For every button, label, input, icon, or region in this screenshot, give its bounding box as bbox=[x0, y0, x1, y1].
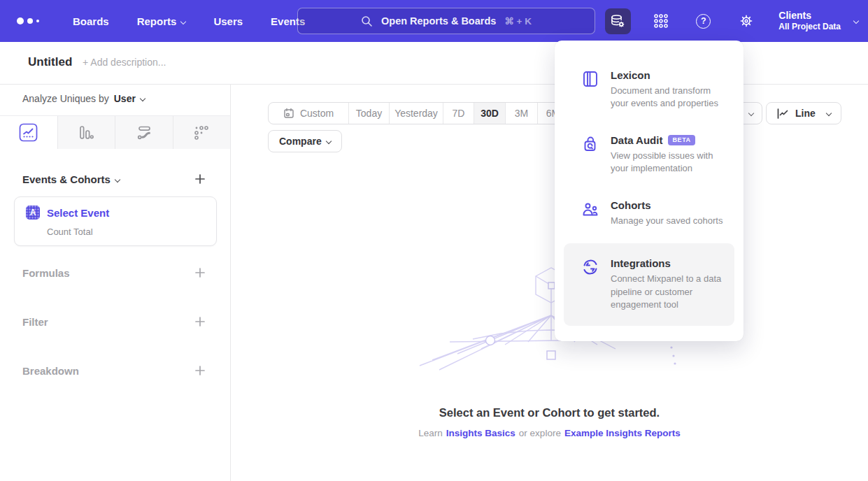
date-range-3m[interactable]: 3M bbox=[505, 103, 537, 124]
count-total-label[interactable]: Count Total bbox=[47, 227, 93, 237]
menu-item-data-audit[interactable]: Data Audit BETA View possible issues wit… bbox=[555, 122, 744, 187]
chevron-down-icon bbox=[115, 176, 120, 182]
chevron-down-icon bbox=[748, 110, 754, 116]
data-audit-title: Data Audit bbox=[611, 134, 662, 146]
analyze-label: Analyze Uniques by bbox=[22, 93, 109, 104]
select-event-label[interactable]: Select Event bbox=[47, 207, 109, 219]
analyze-by-dropdown[interactable]: User bbox=[114, 93, 145, 104]
book-icon bbox=[581, 70, 599, 88]
chevron-down-icon bbox=[826, 110, 832, 116]
menu-item-description: Connect Mixpanel to a data pipeline or c… bbox=[611, 273, 725, 311]
chart-type-tabs bbox=[0, 115, 230, 149]
project-name: All Project Data bbox=[778, 22, 841, 32]
chart-type-dropdown[interactable]: Line bbox=[766, 102, 841, 124]
plus-icon bbox=[194, 365, 206, 376]
org-name: Clients bbox=[778, 10, 841, 22]
date-range-yesterday[interactable]: Yesterday bbox=[389, 103, 443, 124]
tab-bar-chart[interactable] bbox=[57, 116, 115, 149]
date-range-custom-label: Custom bbox=[300, 108, 334, 119]
integrations-title: Integrations bbox=[611, 257, 671, 269]
search-shortcut: ⌘ + K bbox=[504, 15, 532, 27]
filter-section-label: Filter bbox=[22, 316, 48, 328]
cohorts-title: Cohorts bbox=[611, 199, 651, 211]
menu-item-cohorts[interactable]: Cohorts Manage your saved cohorts bbox=[555, 187, 744, 239]
mixpanel-logo[interactable] bbox=[17, 17, 45, 24]
report-canvas: Custom Today Yesterday 7D 30D 3M 6M Line… bbox=[231, 85, 868, 481]
search-icon bbox=[361, 15, 373, 27]
bar-chart-icon bbox=[78, 124, 94, 141]
menu-item-title: Lexicon bbox=[611, 69, 730, 81]
chevron-down-icon bbox=[140, 96, 145, 101]
flow-icon bbox=[136, 124, 152, 141]
menu-item-description: Manage your saved cohorts bbox=[611, 215, 730, 227]
breakdown-section-label: Breakdown bbox=[22, 365, 79, 377]
menu-item-description: Document and transform your events and p… bbox=[611, 85, 730, 110]
or-explore-text: or explore bbox=[519, 428, 561, 438]
add-formula-button[interactable] bbox=[192, 265, 208, 280]
menu-item-description: View possible issues with your implement… bbox=[611, 150, 730, 175]
nav-item-boards[interactable]: Boards bbox=[73, 15, 109, 27]
date-range-7d[interactable]: 7D bbox=[443, 103, 474, 124]
chart-type-label: Line bbox=[795, 108, 816, 119]
plus-icon bbox=[194, 267, 206, 278]
data-management-menu: Lexicon Document and transform your even… bbox=[555, 41, 744, 341]
select-event-card[interactable]: A Select Event Count Total bbox=[14, 196, 217, 246]
project-switcher[interactable]: Clients All Project Data bbox=[778, 10, 858, 33]
analyze-by-value: User bbox=[114, 93, 136, 104]
cohorts-icon bbox=[581, 200, 599, 218]
learn-prefix: Learn bbox=[418, 428, 443, 438]
add-event-button[interactable] bbox=[192, 171, 208, 187]
insights-basics-link[interactable]: Insights Basics bbox=[446, 428, 515, 438]
search-input[interactable]: Open Reports & Boards ⌘ + K bbox=[297, 8, 595, 34]
formulas-section-label: Formulas bbox=[22, 267, 70, 279]
report-title[interactable]: Untitled bbox=[28, 55, 72, 69]
settings-gear-icon bbox=[739, 13, 754, 29]
tab-metrics[interactable] bbox=[173, 116, 231, 149]
data-management-icon bbox=[610, 13, 626, 29]
events-cohorts-label: Events & Cohorts bbox=[22, 173, 111, 185]
nav-item-reports-label: Reports bbox=[137, 15, 177, 27]
lexicon-title: Lexicon bbox=[611, 69, 650, 81]
apps-grid-icon bbox=[653, 13, 669, 29]
compare-label: Compare bbox=[279, 136, 322, 147]
chevron-down-icon bbox=[325, 138, 331, 144]
events-cohorts-header[interactable]: Events & Cohorts bbox=[22, 173, 120, 185]
tab-flow[interactable] bbox=[115, 116, 173, 149]
chevron-down-icon bbox=[180, 18, 186, 24]
add-breakdown-button[interactable] bbox=[192, 363, 208, 378]
date-range-today[interactable]: Today bbox=[348, 103, 389, 124]
data-management-button[interactable] bbox=[605, 8, 631, 34]
menu-item-title: Integrations bbox=[611, 257, 725, 269]
date-range-custom[interactable]: Custom bbox=[269, 103, 348, 124]
calendar-icon bbox=[283, 108, 294, 119]
menu-item-integrations[interactable]: Integrations Connect Mixpanel to a data … bbox=[564, 243, 734, 325]
settings-button[interactable] bbox=[733, 8, 759, 34]
query-builder-sidebar: Analyze Uniques by User bbox=[0, 85, 231, 481]
integrations-icon bbox=[581, 258, 599, 276]
nav-item-reports[interactable]: Reports bbox=[137, 15, 186, 27]
empty-state-subtext: Learn Insights Basics or explore Example… bbox=[231, 428, 868, 438]
menu-item-title: Data Audit BETA bbox=[611, 134, 730, 146]
help-icon: ? bbox=[696, 14, 711, 29]
compare-dropdown[interactable]: Compare bbox=[268, 130, 342, 152]
metrics-icon bbox=[193, 124, 210, 141]
add-description-field[interactable]: + Add description... bbox=[83, 57, 166, 68]
empty-state-heading: Select an Event or Cohort to get started… bbox=[231, 406, 868, 419]
help-button[interactable]: ? bbox=[690, 8, 716, 34]
add-filter-button[interactable] bbox=[192, 314, 208, 329]
nav-item-users[interactable]: Users bbox=[213, 15, 243, 27]
beta-badge: BETA bbox=[668, 135, 695, 145]
apps-grid-button[interactable] bbox=[648, 8, 674, 34]
menu-item-lexicon[interactable]: Lexicon Document and transform your even… bbox=[555, 57, 744, 122]
search-placeholder: Open Reports & Boards bbox=[381, 15, 496, 27]
line-chart-icon bbox=[19, 123, 38, 142]
menu-item-title: Cohorts bbox=[611, 199, 730, 211]
event-series-badge: A bbox=[26, 206, 40, 220]
plus-icon bbox=[194, 316, 206, 327]
line-chart-icon bbox=[776, 108, 789, 120]
chevron-down-icon bbox=[853, 18, 859, 24]
date-range-30d[interactable]: 30D bbox=[474, 103, 505, 124]
example-insights-reports-link[interactable]: Example Insights Reports bbox=[564, 428, 681, 438]
top-navigation-bar: Boards Reports Users Events Open Reports… bbox=[0, 0, 868, 42]
tab-line-chart[interactable] bbox=[0, 116, 57, 149]
